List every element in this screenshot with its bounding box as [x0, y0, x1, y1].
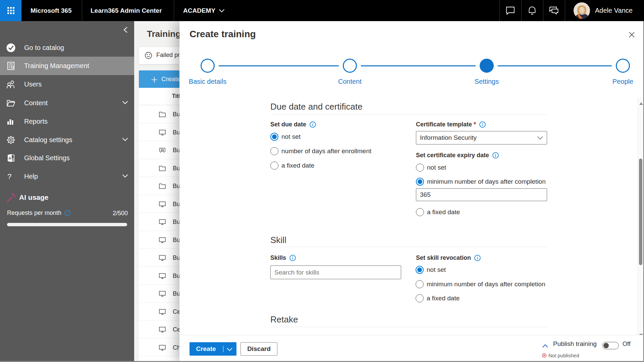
svg-text:A: A — [8, 156, 11, 160]
